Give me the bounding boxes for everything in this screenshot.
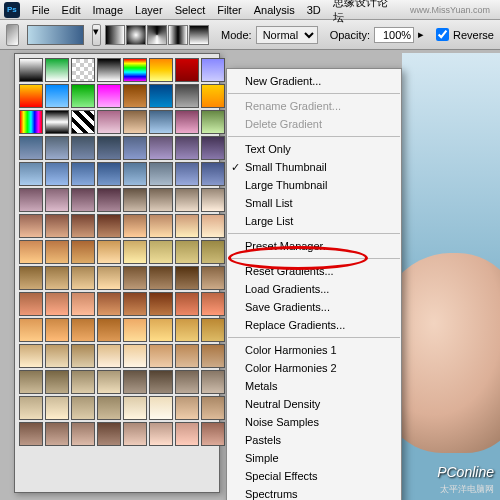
gradient-swatch[interactable] <box>97 370 121 394</box>
gradient-swatch[interactable] <box>201 370 225 394</box>
gradient-swatch[interactable] <box>19 344 43 368</box>
gradient-swatch[interactable] <box>45 84 69 108</box>
gradient-swatch[interactable] <box>45 422 69 446</box>
gradient-swatch[interactable] <box>175 422 199 446</box>
gradient-swatch[interactable] <box>175 292 199 316</box>
gradient-swatch[interactable] <box>45 162 69 186</box>
gradient-swatch[interactable] <box>19 162 43 186</box>
gradient-swatch[interactable] <box>201 162 225 186</box>
gradient-swatch[interactable] <box>175 110 199 134</box>
gradient-swatch[interactable] <box>123 266 147 290</box>
menu-save-gradients[interactable]: Save Gradients... <box>227 298 401 316</box>
menu-special-effects[interactable]: Special Effects <box>227 467 401 485</box>
gradient-swatch[interactable] <box>175 396 199 420</box>
gradient-swatch[interactable] <box>175 58 199 82</box>
gradient-preview[interactable] <box>27 25 84 45</box>
gradient-swatch[interactable] <box>201 58 225 82</box>
gradient-swatch[interactable] <box>175 240 199 264</box>
menu-reset-gradients[interactable]: Reset Gradients... <box>227 262 401 280</box>
gradient-swatch[interactable] <box>149 292 173 316</box>
gradient-swatch[interactable] <box>123 58 147 82</box>
gradient-swatch[interactable] <box>201 292 225 316</box>
menu-select[interactable]: Select <box>169 4 212 16</box>
menu-analysis[interactable]: Analysis <box>248 4 301 16</box>
gradient-swatch[interactable] <box>19 58 43 82</box>
gradient-swatch[interactable] <box>175 370 199 394</box>
gradient-swatch[interactable] <box>149 214 173 238</box>
menu-preset-manager[interactable]: Preset Manager... <box>227 237 401 255</box>
gradient-swatch[interactable] <box>97 266 121 290</box>
gradient-swatch[interactable] <box>123 84 147 108</box>
gradient-swatch[interactable] <box>149 422 173 446</box>
gradient-swatch[interactable] <box>45 344 69 368</box>
dropdown-icon[interactable]: ▸ <box>418 28 424 41</box>
menu-replace-gradients[interactable]: Replace Gradients... <box>227 316 401 334</box>
gradient-swatch[interactable] <box>149 318 173 342</box>
gradient-swatch[interactable] <box>71 136 95 160</box>
gradient-swatch[interactable] <box>123 396 147 420</box>
gradient-swatch[interactable] <box>175 214 199 238</box>
opacity-input[interactable] <box>374 27 414 43</box>
gradient-swatch[interactable] <box>175 136 199 160</box>
gradient-swatch[interactable] <box>71 266 95 290</box>
gradient-swatch[interactable] <box>97 422 121 446</box>
gradient-swatch[interactable] <box>201 266 225 290</box>
gradient-swatch[interactable] <box>175 162 199 186</box>
gradient-swatch[interactable] <box>19 396 43 420</box>
gradient-swatch[interactable] <box>71 214 95 238</box>
menu-load-gradients[interactable]: Load Gradients... <box>227 280 401 298</box>
gradient-swatch[interactable] <box>149 84 173 108</box>
gradient-swatch[interactable] <box>71 292 95 316</box>
gradient-swatch[interactable] <box>71 188 95 212</box>
diamond-gradient-btn[interactable] <box>189 25 209 45</box>
gradient-swatch[interactable] <box>149 266 173 290</box>
gradient-swatch[interactable] <box>19 240 43 264</box>
gradient-swatch[interactable] <box>201 396 225 420</box>
gradient-swatch[interactable] <box>201 240 225 264</box>
gradient-swatch[interactable] <box>71 84 95 108</box>
gradient-swatch[interactable] <box>19 136 43 160</box>
canvas[interactable]: PConline 太平洋电脑网 <box>402 53 500 500</box>
gradient-swatch[interactable] <box>123 370 147 394</box>
gradient-swatch[interactable] <box>71 240 95 264</box>
gradient-swatch[interactable] <box>19 110 43 134</box>
gradient-swatch[interactable] <box>45 266 69 290</box>
gradient-swatch[interactable] <box>45 370 69 394</box>
gradient-swatch[interactable] <box>19 84 43 108</box>
gradient-swatch[interactable] <box>123 422 147 446</box>
gradient-swatch[interactable] <box>175 266 199 290</box>
gradient-swatch[interactable] <box>97 136 121 160</box>
menu-color-harmonies-2[interactable]: Color Harmonies 2 <box>227 359 401 377</box>
gradient-swatch[interactable] <box>97 240 121 264</box>
gradient-swatch[interactable] <box>149 240 173 264</box>
gradient-swatch[interactable] <box>201 318 225 342</box>
gradient-swatch[interactable] <box>201 84 225 108</box>
gradient-swatch[interactable] <box>149 136 173 160</box>
tool-gradient[interactable] <box>6 24 19 46</box>
menu-large-thumbnail[interactable]: Large Thumbnail <box>227 176 401 194</box>
dropdown-icon[interactable]: ▾ <box>92 24 101 46</box>
gradient-swatch[interactable] <box>123 188 147 212</box>
gradient-swatch[interactable] <box>201 344 225 368</box>
menu-text-only[interactable]: Text Only <box>227 140 401 158</box>
gradient-swatch[interactable] <box>71 422 95 446</box>
gradient-swatch[interactable] <box>97 58 121 82</box>
radial-gradient-btn[interactable] <box>126 25 146 45</box>
gradient-swatch[interactable] <box>123 110 147 134</box>
gradient-swatch[interactable] <box>201 214 225 238</box>
gradient-swatch[interactable] <box>149 58 173 82</box>
gradient-swatch[interactable] <box>175 344 199 368</box>
gradient-swatch[interactable] <box>19 266 43 290</box>
gradient-swatch[interactable] <box>71 370 95 394</box>
gradient-swatch[interactable] <box>45 318 69 342</box>
menu-new-gradient[interactable]: New Gradient... <box>227 72 401 90</box>
gradient-swatch[interactable] <box>19 214 43 238</box>
gradient-swatch[interactable] <box>201 188 225 212</box>
menu-pastels[interactable]: Pastels <box>227 431 401 449</box>
gradient-swatch[interactable] <box>45 292 69 316</box>
gradient-swatch[interactable] <box>45 58 69 82</box>
gradient-swatch[interactable] <box>123 162 147 186</box>
gradient-swatch[interactable] <box>71 58 95 82</box>
menu-color-harmonies-1[interactable]: Color Harmonies 1 <box>227 341 401 359</box>
menu-metals[interactable]: Metals <box>227 377 401 395</box>
